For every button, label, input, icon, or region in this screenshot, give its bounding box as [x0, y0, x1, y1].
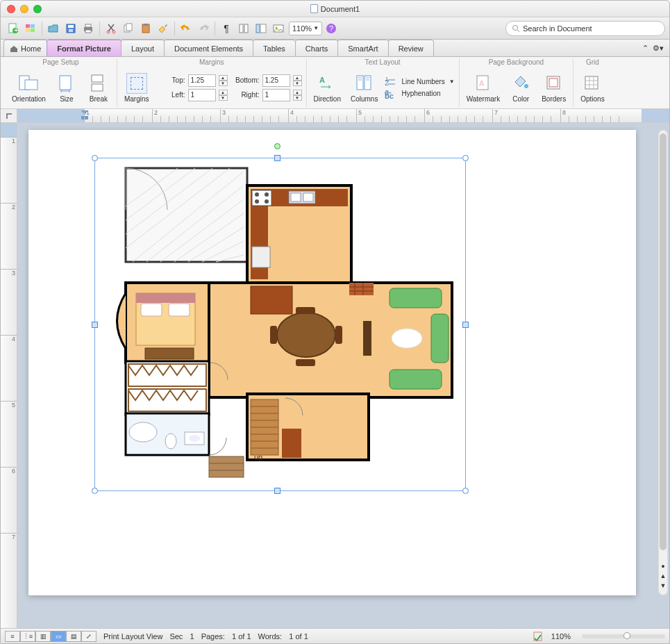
direction-button[interactable]: ADirection — [311, 72, 344, 104]
view-fullscreen-button[interactable]: ⤢ — [81, 631, 97, 642]
navigation-button[interactable] — [253, 20, 269, 37]
paste-button[interactable] — [137, 20, 154, 37]
vertical-ruler[interactable]: 1234567 — [1, 123, 17, 628]
svg-rect-117 — [282, 429, 301, 458]
svg-point-123 — [189, 435, 200, 442]
view-notebook-button[interactable]: ▤ — [66, 631, 81, 642]
page-color-button[interactable]: Color — [507, 72, 535, 104]
grid-options-button[interactable]: Options — [578, 72, 607, 104]
resize-handle-sw[interactable] — [92, 488, 98, 494]
zoom-window-button[interactable] — [33, 5, 42, 13]
columns-button[interactable]: Columns — [348, 72, 380, 104]
resize-handle-w[interactable] — [92, 322, 98, 328]
top-margin-spinner[interactable]: ▲▼ — [219, 75, 228, 86]
margins-button[interactable]: Margins — [122, 72, 152, 104]
canvas[interactable]: up — [17, 123, 669, 628]
svg-rect-33 — [92, 84, 103, 91]
help-button[interactable]: ? — [323, 20, 340, 37]
svg-line-28 — [517, 30, 519, 32]
svg-point-121 — [165, 434, 176, 449]
status-spellcheck-icon[interactable] — [533, 631, 544, 641]
status-zoom[interactable]: 110% — [551, 632, 571, 641]
resize-handle-se[interactable] — [462, 488, 469, 494]
tab-layout[interactable]: Layout — [121, 40, 165, 56]
scroll-up-button[interactable]: ▲ — [659, 572, 667, 579]
orientation-button[interactable]: Orientation — [9, 72, 49, 104]
borders-button[interactable]: Borders — [539, 72, 569, 104]
resize-handle-nw[interactable] — [92, 155, 98, 161]
svg-rect-79 — [252, 190, 271, 206]
resize-handle-e[interactable] — [462, 322, 469, 328]
tab-review[interactable]: Review — [388, 40, 434, 56]
hyphenation-button[interactable]: a-bc Hyphenation — [385, 89, 454, 99]
rotation-handle[interactable] — [274, 143, 280, 149]
close-window-button[interactable] — [7, 5, 15, 13]
resize-handle-s[interactable] — [274, 488, 280, 494]
vertical-scrollbar[interactable]: ▲ ▼ ● — [658, 130, 668, 595]
left-margin-input[interactable] — [188, 89, 216, 101]
view-publishing-button[interactable]: ▥ — [35, 631, 51, 642]
view-print-layout-button[interactable]: ▭ — [51, 631, 66, 642]
undo-button[interactable] — [178, 20, 194, 37]
svg-point-120 — [129, 422, 157, 442]
redo-button[interactable] — [195, 20, 212, 37]
top-margin-input[interactable] — [188, 74, 216, 87]
open-button[interactable] — [45, 20, 62, 37]
group-grid: Grid Options — [573, 58, 611, 107]
tab-tables[interactable]: Tables — [253, 40, 296, 56]
size-button[interactable]: Size — [53, 72, 81, 104]
tab-format-picture[interactable]: Format Picture — [47, 40, 122, 56]
svg-rect-95 — [296, 359, 315, 366]
statusbar: ≡ ⋮≡ ▥ ▭ ▤ ⤢ Print Layout View Sec 1 Pag… — [1, 628, 669, 643]
bottom-margin-input[interactable] — [262, 74, 290, 87]
scrollbar-thumb[interactable] — [660, 133, 667, 550]
template-button[interactable] — [22, 20, 39, 37]
tab-charts[interactable]: Charts — [295, 40, 338, 56]
print-button[interactable] — [80, 20, 97, 37]
tab-smartart[interactable]: SmartArt — [337, 40, 388, 56]
svg-text:A: A — [319, 76, 325, 84]
collapse-ribbon-button[interactable]: ⌃ — [642, 44, 648, 53]
zoom-slider-knob[interactable] — [623, 632, 630, 639]
horizontal-ruler[interactable]: 12345678 — [17, 109, 669, 122]
svg-rect-91 — [169, 304, 190, 316]
minimize-window-button[interactable] — [20, 5, 28, 13]
scroll-down-button[interactable]: ▼ — [659, 582, 667, 589]
hyphenation-icon: a-bc — [385, 89, 396, 99]
svg-rect-31 — [60, 76, 71, 90]
format-painter-button[interactable] — [155, 20, 171, 37]
resize-handle-ne[interactable] — [462, 155, 469, 161]
ruler-tick: 4 — [288, 109, 294, 122]
left-margin-spinner[interactable]: ▲▼ — [219, 90, 228, 101]
svg-rect-100 — [390, 288, 442, 308]
gallery-button[interactable] — [270, 20, 287, 37]
search-field[interactable]: Search in Document — [505, 21, 665, 36]
ribbon-options-button[interactable]: ⚙▾ — [653, 44, 664, 53]
cut-button[interactable] — [103, 20, 119, 37]
svg-rect-99 — [363, 321, 371, 356]
tab-home[interactable]: Home — [3, 40, 47, 56]
browse-object-button[interactable]: ● — [659, 563, 667, 570]
tab-document-elements[interactable]: Document Elements — [164, 40, 253, 56]
resize-handle-n[interactable] — [274, 155, 280, 161]
save-button[interactable] — [62, 20, 79, 37]
bottom-margin-spinner[interactable]: ▲▼ — [293, 75, 302, 86]
break-button[interactable]: Break — [85, 72, 112, 104]
zoom-slider[interactable] — [582, 634, 665, 638]
new-doc-button[interactable]: + — [5, 20, 22, 37]
watermark-button[interactable]: AWatermark — [464, 72, 503, 104]
ruler-tick: 1 — [84, 109, 90, 122]
pilcrow-button[interactable]: ¶ — [218, 20, 235, 37]
copy-button[interactable] — [120, 20, 137, 37]
view-outline-button[interactable]: ⋮≡ — [20, 631, 35, 642]
svg-rect-18 — [144, 24, 148, 26]
floorplan-image[interactable]: up — [105, 165, 455, 481]
right-margin-spinner[interactable]: ▲▼ — [293, 90, 302, 101]
right-margin-input[interactable] — [262, 89, 290, 101]
svg-rect-9 — [69, 29, 73, 32]
ruler-corner[interactable] — [1, 109, 17, 122]
view-draft-button[interactable]: ≡ — [5, 631, 20, 642]
line-numbers-button[interactable]: 12 Line Numbers▼ — [385, 77, 454, 87]
columns-icon-button[interactable] — [235, 20, 252, 37]
zoom-dropdown[interactable]: 110%▼ — [289, 22, 322, 35]
